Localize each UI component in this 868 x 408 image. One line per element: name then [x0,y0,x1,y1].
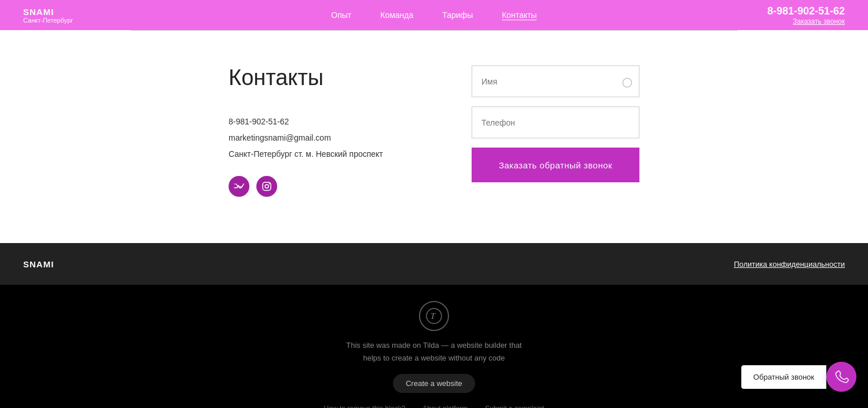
nav-kontakty[interactable]: Контакты [502,10,536,20]
complaint-link[interactable]: Submit a complaint [485,405,544,408]
svg-point-2 [269,183,270,185]
contacts-phone: 8-981-902-51-62 [229,113,402,130]
callback-widget: Обратный звонок [741,362,856,392]
logo-block: SNAMI Санкт-Петербург [23,7,73,24]
svg-text:T: T [431,312,436,321]
person-icon: ◯ [622,76,632,87]
header-callback-link[interactable]: Заказать звонок [767,17,845,25]
tilda-footer: T This site was made on Tilda — a websit… [0,285,868,408]
header: SNAMI Санкт-Петербург Опыт Команда Тариф… [0,0,868,30]
contacts-address: Санкт-Петербург ст. м. Невский проспект [229,146,402,162]
contacts-email: marketingsnami@gmail.com [229,130,402,146]
contacts-form: ◯ Заказать обратный звонок [472,65,639,182]
main-nav: Опыт Команда Тарифы Контакты [331,10,536,20]
instagram-icon[interactable] [256,176,277,197]
dark-footer: SNAMI Политика конфиденциальности [0,243,868,285]
privacy-link[interactable]: Политика конфиденциальности [734,260,845,269]
social-icons [229,176,402,197]
tilda-links: How to remove this block? About platform… [324,405,545,408]
svg-point-1 [265,185,269,188]
remove-block-link[interactable]: How to remove this block? [324,405,406,408]
phone-input[interactable] [472,106,639,138]
footer-logo: SNAMI [23,259,54,269]
callback-circle-button[interactable] [826,362,856,392]
name-input[interactable] [472,65,639,97]
nav-tarify[interactable]: Тарифы [442,10,473,20]
contacts-section: Контакты 8-981-902-51-62 marketingsnami@… [0,31,868,243]
callback-widget-label: Обратный звонок [741,365,826,389]
nav-opyt[interactable]: Опыт [331,10,351,20]
tilda-description: This site was made on Tilda — a website … [346,339,521,365]
site-city: Санкт-Петербург [23,17,73,24]
about-platform-link[interactable]: About platform [422,405,468,408]
name-input-wrapper: ◯ [472,65,639,97]
contacts-title: Контакты [229,65,402,90]
tilda-logo-icon: T [419,301,449,331]
create-website-button[interactable]: Create a website [393,374,475,393]
contacts-left: Контакты 8-981-902-51-62 marketingsnami@… [229,65,402,197]
contacts-info: 8-981-902-51-62 marketingsnami@gmail.com… [229,113,402,162]
header-phone: 8-981-902-51-62 [767,5,845,17]
callback-submit-button[interactable]: Заказать обратный звонок [472,148,639,182]
vk-icon[interactable] [229,176,249,197]
nav-komanda[interactable]: Команда [380,10,413,20]
site-logo: SNAMI [23,7,73,17]
header-contact: 8-981-902-51-62 Заказать звонок [767,5,845,25]
